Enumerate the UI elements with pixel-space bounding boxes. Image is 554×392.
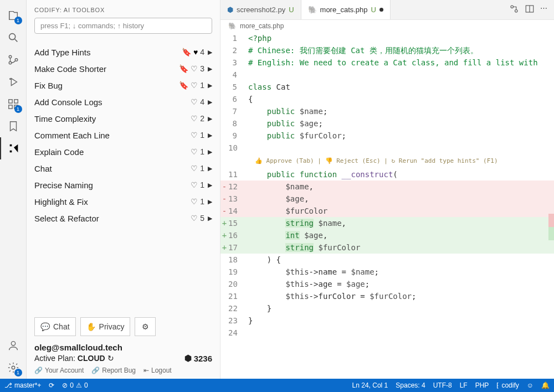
code-line[interactable]: 22 } <box>220 302 554 314</box>
play-icon[interactable]: ▶ <box>208 215 212 222</box>
code-line[interactable]: 20 $this->age = $age; <box>220 278 554 290</box>
code-line[interactable]: 19 $this->name = $name; <box>220 266 554 278</box>
codify-status[interactable]: ⁅ codify <box>496 381 519 389</box>
settings-icon[interactable]: 1 <box>0 357 27 379</box>
sync-icon[interactable]: ⟳ <box>49 381 54 389</box>
encoding-status[interactable]: UTF-8 <box>433 381 452 389</box>
heart-icon[interactable]: ♡ <box>191 197 198 206</box>
code-line[interactable]: 5class Cat <box>220 81 554 93</box>
tool-label: Add Console Logs <box>34 97 191 107</box>
heart-icon[interactable]: ♡ <box>191 164 198 173</box>
line-number: 7 <box>228 105 244 117</box>
tool-row[interactable]: Precise Naming ♡ 1 ▶ <box>34 177 212 193</box>
heart-icon[interactable]: ♡ <box>191 64 198 73</box>
refresh-icon[interactable]: ↻ <box>107 354 114 363</box>
your-account-link[interactable]: 🔗 Your Account <box>34 367 84 374</box>
code-area[interactable]: 1<?php2# Chinese: 我们需要创建 Cat 类，用随机的猫填充一个… <box>220 32 554 379</box>
tool-row[interactable]: Highlight & Fix ♡ 1 ▶ <box>34 193 212 210</box>
tool-count: 4 <box>200 48 204 56</box>
play-icon[interactable]: ▶ <box>208 148 212 156</box>
settings-button[interactable]: ⚙ <box>135 317 156 336</box>
code-line[interactable]: +15 string $name, <box>220 217 554 229</box>
play-icon[interactable]: ▶ <box>208 198 212 205</box>
bell-icon[interactable]: 🔔 <box>541 381 550 389</box>
explorer-icon[interactable]: 1 <box>0 4 27 27</box>
svg-point-12 <box>515 10 518 13</box>
language-status[interactable]: PHP <box>475 381 489 389</box>
code-line[interactable]: 8 public $age; <box>220 117 554 130</box>
search-icon[interactable] <box>0 27 27 49</box>
code-line[interactable]: 23} <box>220 314 554 327</box>
tool-row[interactable]: Comment Each Line ♡ 1 ▶ <box>34 127 212 143</box>
code-line[interactable]: 10 <box>220 142 554 154</box>
report-bug-link[interactable]: 🔗 Report Bug <box>91 367 136 374</box>
play-icon[interactable]: ▶ <box>208 49 212 56</box>
heart-icon[interactable]: ♡ <box>191 180 198 189</box>
heart-icon[interactable]: ♥ <box>193 48 198 56</box>
code-line[interactable]: +17 string $furColor <box>220 241 554 254</box>
code-line[interactable]: -14 $furColor <box>220 205 554 217</box>
command-input[interactable]: press F1; ↓ commands; ↑ history <box>34 18 212 34</box>
bookmark-icon: 🔖 <box>179 64 188 73</box>
code-line[interactable]: +16 int $age, <box>220 229 554 241</box>
split-icon[interactable] <box>525 4 535 16</box>
bookmark-icon[interactable] <box>0 115 27 137</box>
heart-icon[interactable]: ♡ <box>191 147 198 156</box>
logout-link[interactable]: ⇤ Logout <box>143 367 172 374</box>
branch-status[interactable]: ⎇ master*+ <box>4 381 41 389</box>
chat-button[interactable]: 💬Chat <box>34 317 76 336</box>
extensions-icon[interactable]: 1 <box>0 93 27 115</box>
debug-icon[interactable] <box>0 71 27 93</box>
code-line[interactable]: 2# Chinese: 我们需要创建 Cat 类，用随机的猫填充一个列表。 <box>220 44 554 56</box>
privacy-button[interactable]: ✋Privacy <box>80 317 131 336</box>
code-line[interactable]: 9 public $furColor; <box>220 130 554 142</box>
tool-row[interactable]: Add Type Hints 🔖 ♥ 4 ▶ <box>34 44 212 60</box>
more-icon[interactable]: ⋯ <box>540 4 547 16</box>
tool-row[interactable]: Fix Bug 🔖 ♡ 1 ▶ <box>34 77 212 94</box>
minimap[interactable] <box>547 32 554 379</box>
eol-status[interactable]: LF <box>460 381 468 389</box>
play-icon[interactable]: ▶ <box>208 99 212 106</box>
heart-icon[interactable]: ♡ <box>191 114 198 123</box>
code-line[interactable]: 11 public function __construct( <box>220 168 554 180</box>
code-line[interactable]: 1<?php <box>220 32 554 44</box>
code-line[interactable]: 18 ) { <box>220 254 554 266</box>
heart-icon[interactable]: ♡ <box>191 81 198 90</box>
source-control-icon[interactable] <box>0 49 27 71</box>
editor-tab[interactable]: 🐘more_cats.phpU <box>301 0 391 19</box>
code-line[interactable]: 24 <box>220 327 554 339</box>
codify-icon[interactable] <box>0 137 27 159</box>
play-icon[interactable]: ▶ <box>208 132 212 139</box>
line-number: 13 <box>228 193 244 205</box>
play-icon[interactable]: ▶ <box>208 182 212 189</box>
account-icon[interactable] <box>0 334 27 357</box>
heart-icon[interactable]: ♡ <box>191 97 198 106</box>
tool-row[interactable]: Select & Refactor ♡ 5 ▶ <box>34 210 212 226</box>
code-line[interactable]: 21 $this->furColor = $furColor; <box>220 290 554 302</box>
code-line[interactable]: 7 public $name; <box>220 105 554 117</box>
play-icon[interactable]: ▶ <box>208 65 212 73</box>
code-line[interactable]: 4 <box>220 69 554 81</box>
breadcrumb[interactable]: 🐘more_cats.php <box>220 20 554 32</box>
heart-icon[interactable]: ♡ <box>191 131 198 140</box>
play-icon[interactable]: ▶ <box>208 165 212 172</box>
cursor-position[interactable]: Ln 24, Col 1 <box>352 381 388 389</box>
heart-icon[interactable]: ♡ <box>191 214 198 223</box>
tool-row[interactable]: Time Complexity ♡ 2 ▶ <box>34 110 212 127</box>
tool-row[interactable]: Make Code Shorter 🔖 ♡ 3 ▶ <box>34 60 212 77</box>
feedback-icon[interactable]: ☺ <box>527 381 534 389</box>
inline-hint[interactable]: 👍 Approve (Tab) | 👎 Reject (Esc) | ↻ Rer… <box>220 154 554 168</box>
indent-status[interactable]: Spaces: 4 <box>396 381 425 389</box>
tool-row[interactable]: Add Console Logs ♡ 4 ▶ <box>34 94 212 110</box>
code-line[interactable]: -12 $name, <box>220 180 554 193</box>
play-icon[interactable]: ▶ <box>208 115 212 122</box>
code-line[interactable]: 3# English: We need to create a Cat clas… <box>220 56 554 69</box>
compare-icon[interactable] <box>509 4 519 16</box>
code-line[interactable]: -13 $age, <box>220 193 554 205</box>
tool-row[interactable]: Explain Code ♡ 1 ▶ <box>34 143 212 160</box>
code-line[interactable]: 6{ <box>220 93 554 105</box>
play-icon[interactable]: ▶ <box>208 82 212 89</box>
editor-tab[interactable]: ⬢screenshot2.pyU <box>220 0 301 19</box>
tool-row[interactable]: Chat ♡ 1 ▶ <box>34 160 212 177</box>
problems-status[interactable]: ⊘ 0 ⚠ 0 <box>62 381 88 389</box>
